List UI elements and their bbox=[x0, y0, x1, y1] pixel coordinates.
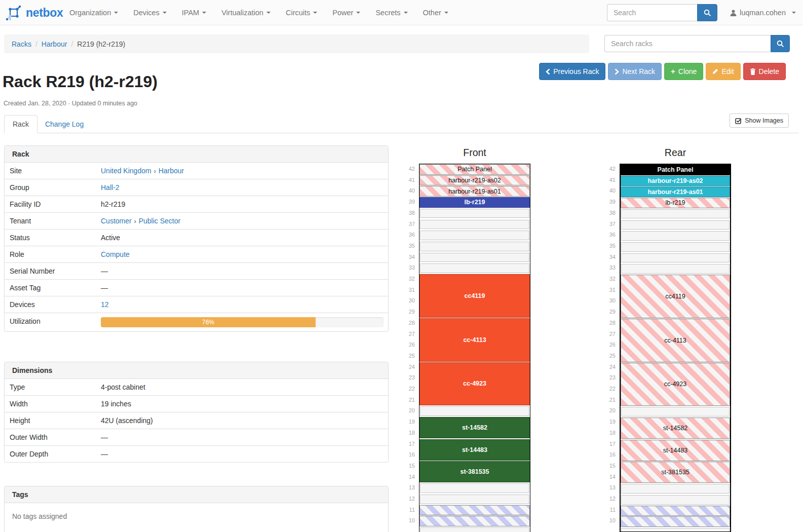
unit-number: 36 bbox=[401, 230, 415, 241]
row-outer-depth: Outer Depth — bbox=[5, 445, 388, 462]
rack-search-input[interactable] bbox=[604, 35, 771, 52]
user-menu[interactable]: luqman.cohen bbox=[730, 0, 796, 25]
rack-device[interactable]: cc-4923 bbox=[621, 363, 730, 406]
rack-device[interactable]: st-14582 bbox=[419, 417, 530, 438]
tags-empty-text: No tags assigned bbox=[5, 503, 388, 529]
rack-device[interactable]: cc-4113 bbox=[621, 319, 730, 362]
unit-number: 26 bbox=[401, 339, 415, 351]
rack-unit-slot[interactable] bbox=[420, 495, 529, 504]
rack-unit-slot[interactable] bbox=[621, 209, 730, 219]
rack-device[interactable]: st-381535 bbox=[419, 461, 530, 482]
chevron-down-icon bbox=[356, 12, 360, 14]
devices-count-link[interactable]: 12 bbox=[101, 300, 109, 309]
rack-device[interactable]: harbour-r219-as02 bbox=[419, 175, 530, 186]
nav-item-circuits[interactable]: Circuits bbox=[278, 0, 325, 25]
nav-item-ipam[interactable]: IPAM bbox=[174, 0, 214, 25]
unit-number: 31 bbox=[401, 285, 415, 296]
role-link[interactable]: Compute bbox=[101, 250, 130, 258]
rack-device[interactable]: st-381535 bbox=[621, 462, 730, 483]
rack-unit-slot[interactable] bbox=[420, 220, 529, 230]
unit-number: 37 bbox=[601, 219, 616, 230]
nav-item-other[interactable]: Other bbox=[415, 0, 456, 25]
show-images-button[interactable]: Show Images bbox=[730, 113, 789, 128]
brand-name: netbox bbox=[26, 6, 63, 20]
rack-search-button[interactable] bbox=[771, 35, 790, 52]
unit-number: 32 bbox=[601, 274, 616, 285]
pencil-icon bbox=[712, 68, 718, 74]
rack-unit-slot[interactable] bbox=[621, 231, 730, 241]
breadcrumb-link[interactable]: Harbour bbox=[42, 40, 67, 48]
rack-unit-slot[interactable] bbox=[621, 264, 730, 274]
unit-number: 15 bbox=[401, 461, 415, 472]
next-rack-button[interactable]: Next Rack bbox=[608, 63, 662, 80]
tenant-link[interactable]: Public Sector bbox=[139, 217, 180, 225]
row-tenant: Tenant Customer›Public Sector bbox=[5, 212, 388, 229]
group-link[interactable]: Hall-2 bbox=[101, 183, 120, 192]
unit-number: 19 bbox=[601, 416, 616, 428]
rack-unit-slot[interactable] bbox=[420, 242, 529, 251]
rack-device[interactable]: st-14483 bbox=[621, 440, 730, 461]
rack-unit-slot[interactable] bbox=[621, 220, 730, 230]
tab-rack[interactable]: Rack bbox=[4, 115, 37, 133]
rack-device[interactable]: harbour-r219-as01 bbox=[419, 186, 530, 197]
tenant-group-link[interactable]: Customer bbox=[101, 217, 132, 225]
site-link[interactable]: Harbour bbox=[159, 167, 184, 175]
netbox-brand[interactable]: netbox bbox=[5, 0, 63, 25]
unit-number: 29 bbox=[601, 307, 616, 318]
nav-item-power[interactable]: Power bbox=[325, 0, 368, 25]
rack-device[interactable]: cc-4113 bbox=[419, 318, 530, 362]
rack-device[interactable]: st-14483 bbox=[419, 439, 530, 461]
rack-reserved-unit[interactable] bbox=[419, 505, 530, 516]
rack-unit-slot[interactable] bbox=[420, 483, 529, 493]
nav-item-organization[interactable]: Organization bbox=[62, 0, 126, 25]
rack-unit-slot[interactable] bbox=[621, 528, 730, 532]
rack-device[interactable]: st-14582 bbox=[621, 417, 730, 439]
rack-device[interactable]: Patch Panel bbox=[621, 165, 730, 175]
rack-reserved-unit[interactable] bbox=[419, 516, 530, 526]
breadcrumb-link[interactable]: Racks bbox=[12, 40, 31, 48]
unit-number: 40 bbox=[401, 185, 415, 197]
unit-number: 35 bbox=[601, 241, 616, 252]
rack-device[interactable]: cc-4923 bbox=[419, 362, 530, 406]
nav-item-secrets[interactable]: Secrets bbox=[368, 0, 415, 25]
edit-button[interactable]: Edit bbox=[706, 63, 740, 80]
rack-device[interactable]: lb-r219 bbox=[419, 197, 530, 208]
rack-unit-slot[interactable] bbox=[621, 242, 730, 252]
chevron-down-icon bbox=[163, 12, 167, 14]
rack-device[interactable]: lb-r219 bbox=[621, 198, 730, 208]
global-search-input[interactable] bbox=[607, 4, 697, 21]
unit-number: 28 bbox=[401, 318, 415, 329]
tab-change-log[interactable]: Change Log bbox=[37, 116, 91, 133]
row-facility-id: Facility ID h2-r219 bbox=[5, 196, 388, 212]
site-parent-link[interactable]: United Kingdom bbox=[101, 167, 151, 175]
unit-number: 20 bbox=[601, 405, 616, 416]
clone-button[interactable]: +Clone bbox=[664, 63, 703, 80]
previous-rack-button[interactable]: Previous Rack bbox=[539, 63, 605, 80]
rack-unit-slot[interactable] bbox=[420, 209, 529, 218]
unit-number: 15 bbox=[601, 461, 616, 472]
rack-unit-slot[interactable] bbox=[420, 527, 529, 532]
rack-device[interactable]: cc4119 bbox=[621, 275, 730, 318]
rear-elevation-title: Rear bbox=[620, 147, 731, 159]
rack-device[interactable]: harbour-r219-as01 bbox=[621, 186, 730, 197]
nav-item-virtualization[interactable]: Virtualization bbox=[214, 0, 278, 25]
rack-unit-slot[interactable] bbox=[621, 495, 730, 505]
rack-reserved-unit[interactable] bbox=[621, 506, 730, 516]
rack-unit-slot[interactable] bbox=[621, 484, 730, 493]
unit-number: 11 bbox=[601, 505, 616, 516]
rack-unit-slot[interactable] bbox=[420, 406, 529, 416]
rack-device[interactable]: harbour-r219-as02 bbox=[621, 176, 730, 186]
chevron-down-icon bbox=[202, 12, 206, 14]
rack-reserved-unit[interactable] bbox=[621, 516, 730, 527]
rack-device[interactable]: Patch Panel bbox=[419, 164, 530, 175]
user-name: luqman.cohen bbox=[740, 9, 786, 17]
rack-unit-slot[interactable] bbox=[621, 253, 730, 263]
rack-device[interactable]: cc4119 bbox=[419, 274, 530, 318]
global-search-button[interactable] bbox=[697, 4, 717, 21]
rack-unit-slot[interactable] bbox=[420, 253, 529, 262]
nav-item-devices[interactable]: Devices bbox=[126, 0, 174, 25]
rack-unit-slot[interactable] bbox=[420, 263, 529, 273]
delete-button[interactable]: Delete bbox=[743, 63, 786, 80]
rack-unit-slot[interactable] bbox=[420, 231, 529, 240]
rack-unit-slot[interactable] bbox=[621, 407, 730, 416]
